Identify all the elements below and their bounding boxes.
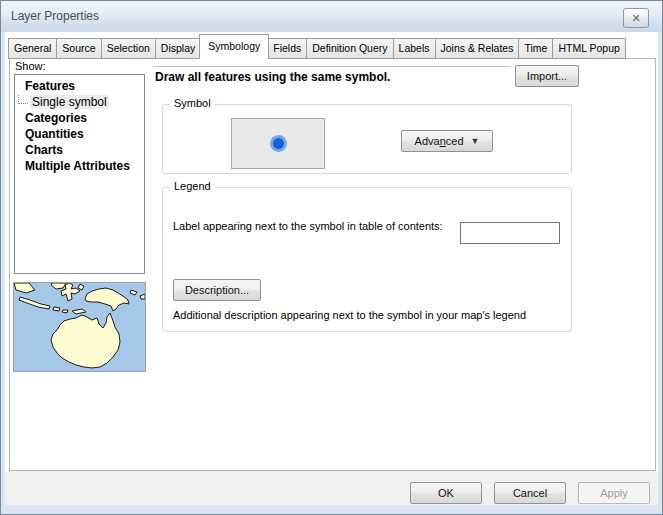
show-label: Show: (15, 60, 46, 72)
close-button[interactable]: ✕ (623, 8, 649, 28)
window-title: Layer Properties (11, 1, 99, 31)
symbol-groupbox: Symbol Advanced ▼ (162, 104, 572, 174)
ok-button[interactable]: OK (410, 482, 482, 504)
advanced-button-label: Advanced (415, 135, 464, 147)
page-title: Draw all features using the same symbol. (155, 70, 390, 84)
advanced-dropdown-button[interactable]: Advanced ▼ (401, 130, 493, 152)
tab-fields[interactable]: Fields (267, 38, 307, 59)
show-tree: Features Single symbol Categories Quanti… (14, 74, 145, 274)
legend-groupbox: Legend Label appearing next to the symbo… (162, 187, 572, 332)
legend-note-text: Additional description appearing next to… (173, 309, 563, 321)
tree-elbow-icon (18, 95, 28, 104)
legend-label-text: Label appearing next to the symbol in ta… (173, 220, 463, 232)
apply-button: Apply (578, 482, 650, 504)
tree-item-charts[interactable]: Charts (15, 142, 144, 158)
map-preview-image (14, 283, 145, 371)
cancel-button[interactable]: Cancel (494, 482, 566, 504)
tab-definition-query[interactable]: Definition Query (306, 38, 393, 59)
tree-item-quantities[interactable]: Quantities (15, 126, 144, 142)
tab-bar: General Source Selection Display Symbolo… (9, 34, 626, 59)
chevron-down-icon: ▼ (471, 136, 480, 146)
symbol-preview-button[interactable] (231, 118, 325, 169)
tree-item-features[interactable]: Features (15, 78, 144, 94)
tree-item-single-symbol[interactable]: Single symbol (15, 94, 144, 110)
close-icon: ✕ (631, 12, 640, 24)
tab-joins-relates[interactable]: Joins & Relates (435, 38, 520, 59)
tab-time[interactable]: Time (518, 38, 553, 59)
point-symbol-icon (273, 138, 284, 149)
tab-display[interactable]: Display (155, 38, 201, 59)
tree-item-multiple-attributes[interactable]: Multiple Attributes (15, 158, 144, 174)
layer-properties-dialog: Layer Properties ✕ General Source Select… (0, 0, 663, 515)
symbol-group-title: Symbol (170, 97, 215, 109)
tab-labels[interactable]: Labels (393, 38, 436, 59)
tab-html-popup[interactable]: HTML Popup (552, 38, 625, 59)
legend-label-input[interactable] (460, 222, 560, 244)
tab-symbology[interactable]: Symbology (199, 34, 269, 59)
tree-item-single-symbol-label: Single symbol (30, 95, 109, 109)
tab-source[interactable]: Source (56, 38, 101, 59)
tab-general[interactable]: General (8, 38, 57, 59)
tab-selection[interactable]: Selection (101, 38, 156, 59)
description-button[interactable]: Description... (173, 279, 261, 301)
legend-group-title: Legend (170, 180, 215, 192)
import-button[interactable]: Import... (515, 65, 579, 87)
symbology-tab-page: Show: Features Single symbol Categories … (9, 58, 656, 471)
tree-item-categories[interactable]: Categories (15, 110, 144, 126)
dialog-client-area: General Source Selection Display Symbolo… (5, 32, 658, 505)
header-divider (154, 66, 510, 67)
title-bar[interactable]: Layer Properties ✕ (1, 1, 662, 32)
map-preview (13, 282, 146, 372)
dialog-footer: OK Cancel Apply (5, 471, 658, 505)
